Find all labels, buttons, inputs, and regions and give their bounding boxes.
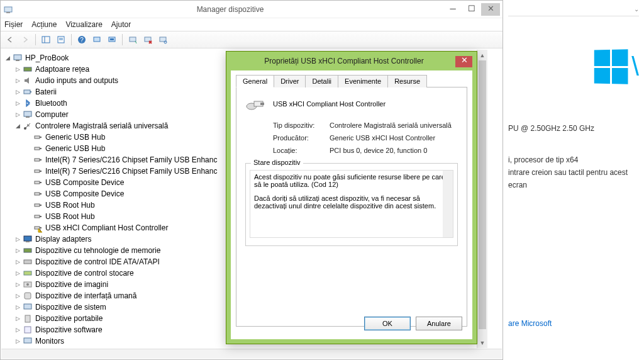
close-button[interactable]: ✕ bbox=[481, 3, 500, 16]
category-icon bbox=[23, 110, 33, 120]
minimize-button[interactable]: ─ bbox=[443, 3, 462, 16]
menu-action[interactable]: Acțiune bbox=[31, 20, 57, 29]
svg-rect-49 bbox=[24, 271, 31, 275]
category-icon bbox=[23, 325, 33, 335]
usb-plug-icon bbox=[33, 211, 43, 222]
expander-icon[interactable]: ▷ bbox=[14, 247, 21, 254]
scan-button[interactable] bbox=[156, 33, 170, 47]
expander-icon[interactable]: ▷ bbox=[14, 65, 21, 73]
svg-rect-13 bbox=[145, 37, 151, 42]
dialog-close-button[interactable]: ✕ bbox=[455, 55, 473, 67]
svg-rect-30 bbox=[35, 159, 40, 161]
statusbar bbox=[1, 349, 502, 359]
tab-events[interactable]: Evenimente bbox=[338, 75, 388, 87]
svg-rect-12 bbox=[130, 37, 136, 42]
expander-icon[interactable]: ◢ bbox=[4, 54, 11, 62]
svg-rect-1 bbox=[6, 12, 10, 13]
expander-icon[interactable]: ▷ bbox=[14, 326, 21, 334]
usb-plug-icon bbox=[33, 132, 43, 142]
update-driver-button[interactable] bbox=[126, 33, 140, 47]
tab-general[interactable]: General bbox=[236, 75, 274, 87]
svg-rect-11 bbox=[110, 38, 114, 40]
status-text-2: Dacă doriți să utilizați acest dispoziti… bbox=[254, 194, 449, 210]
dialog-titlebar[interactable]: Proprietăți USB xHCI Compliant Host Cont… bbox=[226, 52, 477, 70]
expander-icon[interactable]: ▷ bbox=[14, 315, 21, 322]
back-button[interactable] bbox=[3, 33, 17, 47]
svg-rect-22 bbox=[30, 91, 31, 93]
category-icon bbox=[23, 257, 33, 267]
windows-logo-icon bbox=[594, 49, 628, 84]
expander-icon[interactable]: ▷ bbox=[14, 292, 21, 300]
menu-view[interactable]: Vizualizare bbox=[65, 20, 102, 29]
status-text-area[interactable]: Acest dispozitiv nu poate găsi suficient… bbox=[250, 170, 453, 238]
expander-icon[interactable]: ◢ bbox=[14, 122, 21, 130]
device-name: USB xHCI Compliant Host Controller bbox=[273, 100, 386, 108]
svg-rect-40 bbox=[35, 215, 40, 218]
expander-icon[interactable]: ▷ bbox=[14, 88, 21, 96]
usb-plug-icon bbox=[33, 166, 43, 176]
svg-rect-29 bbox=[40, 148, 42, 149]
svg-rect-56 bbox=[24, 338, 31, 343]
ok-button[interactable]: OK bbox=[364, 317, 411, 330]
help-button[interactable]: ? bbox=[75, 33, 89, 47]
usb-plug-icon bbox=[33, 155, 43, 165]
expander-icon[interactable]: ▷ bbox=[14, 269, 21, 277]
svg-rect-28 bbox=[35, 147, 40, 150]
menu-help[interactable]: Ajutor bbox=[111, 20, 131, 29]
svg-rect-39 bbox=[40, 205, 42, 206]
maximize-button[interactable]: ☐ bbox=[462, 3, 481, 16]
expander-icon[interactable]: ▷ bbox=[14, 111, 21, 118]
view-resources-button[interactable] bbox=[105, 33, 119, 47]
windows-logo-text-fragment: \ bbox=[631, 52, 639, 82]
view-devices-button[interactable] bbox=[90, 33, 104, 47]
svg-rect-0 bbox=[4, 7, 12, 12]
tab-details[interactable]: Detalii bbox=[305, 75, 338, 87]
svg-rect-35 bbox=[40, 182, 42, 183]
expander-icon[interactable]: ▷ bbox=[14, 77, 21, 84]
svg-rect-34 bbox=[35, 181, 40, 184]
titlebar[interactable]: Manager dispozitive ─ ☐ ✕ bbox=[1, 1, 502, 18]
vertical-scrollbar[interactable]: ▲ ▼ bbox=[477, 50, 487, 348]
show-hide-tree-button[interactable] bbox=[39, 33, 53, 47]
menu-file[interactable]: Fișier bbox=[4, 20, 23, 29]
status-groupbox: Stare dispozitiv Acest dispozitiv nu poa… bbox=[245, 163, 458, 246]
forward-button[interactable] bbox=[18, 33, 32, 47]
category-icon bbox=[23, 302, 33, 312]
window-controls: ─ ☐ ✕ bbox=[443, 3, 500, 16]
value-vendor: Generic USB xHCI Host Controller bbox=[330, 134, 435, 142]
tab-resources[interactable]: Resurse bbox=[387, 75, 427, 87]
usb-plug-icon bbox=[33, 177, 43, 188]
category-icon bbox=[23, 64, 33, 74]
expander-icon[interactable]: ▷ bbox=[14, 235, 21, 243]
svg-rect-19 bbox=[16, 60, 19, 61]
svg-rect-32 bbox=[35, 170, 40, 172]
expander-icon[interactable]: ▷ bbox=[14, 99, 21, 107]
cancel-button[interactable]: Anulare bbox=[416, 317, 462, 330]
svg-text:!: ! bbox=[40, 228, 41, 233]
side-dropdown[interactable]: ⌄ bbox=[508, 3, 639, 16]
app-icon bbox=[3, 4, 13, 14]
expander-icon[interactable]: ▷ bbox=[14, 281, 21, 288]
properties-dialog: Proprietăți USB xHCI Compliant Host Cont… bbox=[226, 51, 477, 344]
uninstall-button[interactable] bbox=[141, 33, 155, 47]
svg-rect-46 bbox=[26, 241, 30, 242]
expander-icon[interactable]: ▷ bbox=[14, 303, 21, 311]
usb-warning-icon: ! bbox=[33, 223, 43, 233]
category-icon bbox=[23, 76, 33, 86]
value-location: PCI bus 0, device 20, function 0 bbox=[330, 147, 427, 154]
label-type: Tip dispozitiv: bbox=[273, 121, 330, 129]
expander-icon[interactable]: ▷ bbox=[14, 258, 21, 266]
menubar: Fișier Acțiune Vizualizare Ajutor bbox=[1, 18, 502, 31]
status-scrollbar[interactable] bbox=[443, 171, 453, 237]
tabs: General Driver Detalii Evenimente Resurs… bbox=[236, 74, 467, 87]
properties-button[interactable] bbox=[54, 33, 68, 47]
window-title: Manager dispozitive bbox=[17, 5, 443, 14]
svg-point-51 bbox=[26, 283, 29, 286]
category-icon bbox=[23, 98, 33, 108]
svg-rect-24 bbox=[26, 116, 30, 118]
svg-rect-55 bbox=[25, 327, 31, 333]
category-icon bbox=[23, 87, 33, 97]
microsoft-link[interactable]: are Microsoft bbox=[508, 317, 639, 330]
expander-icon[interactable]: ▷ bbox=[14, 337, 21, 345]
tab-driver[interactable]: Driver bbox=[274, 75, 306, 87]
